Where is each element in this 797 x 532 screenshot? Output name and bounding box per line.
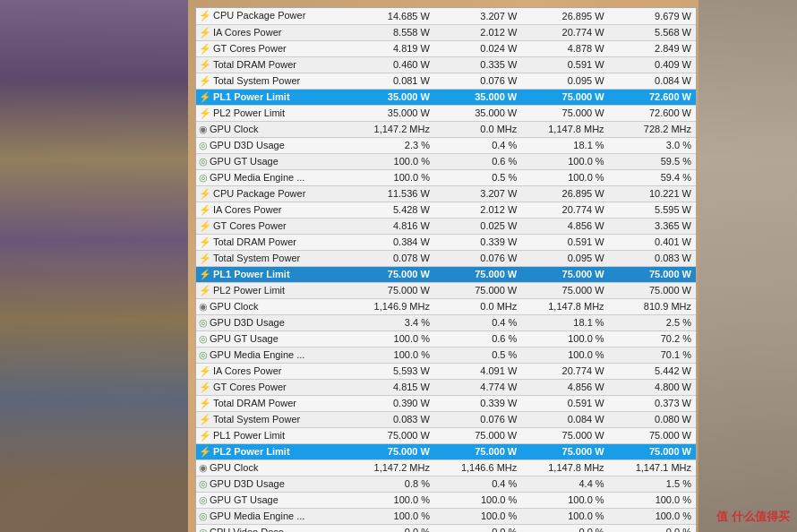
books-decoration (0, 0, 188, 532)
metric-val4: 70.1 % (609, 347, 696, 363)
metric-name: ◉GPU Clock (196, 298, 347, 314)
metric-val1: 3.4 % (347, 314, 434, 330)
metric-name: ◎GPU D3D Usage (196, 314, 347, 330)
metric-val4: 70.2 % (609, 330, 696, 347)
metric-name: ◉GPU Clock (196, 459, 347, 476)
metric-val2: 75.000 W (434, 282, 521, 298)
metric-name: ◎GPU GT Usage (196, 492, 347, 508)
data-table-container: ⚡CPU Package Power 14.685 W 3.207 W 26.8… (195, 7, 697, 532)
metric-val1: 75.000 W (347, 427, 434, 443)
metric-val2: 3.207 W (434, 8, 521, 24)
metric-val4: 5.568 W (609, 24, 696, 40)
table-row: ◉GPU Clock 1,147.2 MHz 1,146.6 MHz 1,147… (196, 459, 696, 476)
metric-val2: 4.091 W (434, 363, 521, 379)
metric-val2: 75.000 W (434, 427, 521, 443)
metric-val4: 2.5 % (609, 314, 696, 330)
metric-name: ⚡PL2 Power Limit (196, 443, 347, 459)
metric-val1: 5.428 W (347, 202, 434, 218)
metric-val2: 35.000 W (434, 105, 521, 121)
metric-val3: 4.4 % (521, 476, 608, 492)
metric-val1: 1,146.9 MHz (347, 298, 434, 314)
metric-name: ⚡PL2 Power Limit (196, 282, 347, 298)
table-row: ◎CPU Video Deco... 0.0 % 0.0 % 0.0 % 0.0… (196, 524, 696, 532)
table-row: ◉GPU Clock 1,146.9 MHz 0.0 MHz 1,147.8 M… (196, 298, 696, 314)
metric-name: ◎GPU Media Engine ... (196, 347, 347, 363)
metric-val4: 0.0 % (609, 524, 696, 532)
metric-val4: 59.4 % (609, 169, 696, 185)
metric-val1: 1,147.2 MHz (347, 459, 434, 476)
metric-val3: 0.591 W (521, 234, 608, 250)
metric-val2: 3.207 W (434, 185, 521, 202)
metric-val1: 0.081 W (347, 73, 434, 89)
metric-val2: 100.0 % (434, 492, 521, 508)
metric-name: ⚡PL2 Power Limit (196, 105, 347, 121)
metrics-table: ⚡CPU Package Power 14.685 W 3.207 W 26.8… (196, 8, 696, 532)
table-row: ⚡IA Cores Power 8.558 W 2.012 W 20.774 W… (196, 24, 696, 40)
metric-name: ⚡PL1 Power Limit (196, 427, 347, 443)
metric-val4: 75.000 W (609, 266, 696, 282)
table-row: ◎GPU Media Engine ... 100.0 % 100.0 % 10… (196, 508, 696, 524)
metric-val2: 75.000 W (434, 266, 521, 282)
metric-val3: 100.0 % (521, 347, 608, 363)
metric-val1: 100.0 % (347, 330, 434, 347)
metric-val1: 8.558 W (347, 24, 434, 40)
metric-val4: 4.800 W (609, 379, 696, 395)
metric-val2: 2.012 W (434, 202, 521, 218)
table-row: ⚡CPU Package Power 11.536 W 3.207 W 26.8… (196, 185, 696, 202)
metric-val3: 0.591 W (521, 395, 608, 411)
table-row: ◎GPU D3D Usage 0.8 % 0.4 % 4.4 % 1.5 % (196, 476, 696, 492)
metric-val1: 75.000 W (347, 443, 434, 459)
table-row: ◎GPU GT Usage 100.0 % 100.0 % 100.0 % 10… (196, 492, 696, 508)
metric-name: ◎GPU Media Engine ... (196, 508, 347, 524)
metric-val1: 5.593 W (347, 363, 434, 379)
table-row: ⚡PL2 Power Limit 35.000 W 35.000 W 75.00… (196, 105, 696, 121)
metric-val1: 2.3 % (347, 137, 434, 153)
table-row: ⚡PL1 Power Limit 75.000 W 75.000 W 75.00… (196, 427, 696, 443)
metric-name: ⚡PL1 Power Limit (196, 266, 347, 282)
metric-val4: 100.0 % (609, 508, 696, 524)
metric-val1: 4.816 W (347, 218, 434, 234)
metric-val2: 0.076 W (434, 250, 521, 266)
table-row: ⚡PL1 Power Limit 75.000 W 75.000 W 75.00… (196, 266, 696, 282)
watermark: 值 什么值得买 (716, 509, 790, 525)
metric-val4: 100.0 % (609, 492, 696, 508)
metric-val4: 0.080 W (609, 411, 696, 427)
metric-val3: 100.0 % (521, 492, 608, 508)
metric-val4: 728.2 MHz (609, 121, 696, 137)
table-row: ⚡Total System Power 0.083 W 0.076 W 0.08… (196, 411, 696, 427)
metric-val2: 4.774 W (434, 379, 521, 395)
metric-val2: 0.5 % (434, 347, 521, 363)
metric-val2: 1,146.6 MHz (434, 459, 521, 476)
metric-name: ◉GPU Clock (196, 121, 347, 137)
table-row: ⚡GT Cores Power 4.819 W 0.024 W 4.878 W … (196, 40, 696, 56)
metric-name: ◎GPU Media Engine ... (196, 169, 347, 185)
metric-val2: 0.4 % (434, 137, 521, 153)
metric-val1: 35.000 W (347, 105, 434, 121)
metric-val1: 0.078 W (347, 250, 434, 266)
metric-val4: 3.0 % (609, 137, 696, 153)
metric-name: ⚡GT Cores Power (196, 218, 347, 234)
metric-val3: 100.0 % (521, 153, 608, 169)
metric-val4: 1,147.1 MHz (609, 459, 696, 476)
metric-val1: 4.815 W (347, 379, 434, 395)
metric-name: ⚡CPU Package Power (196, 8, 347, 24)
metric-val4: 5.442 W (609, 363, 696, 379)
metric-val3: 20.774 W (521, 363, 608, 379)
metric-val2: 0.339 W (434, 234, 521, 250)
metric-val3: 4.878 W (521, 40, 608, 56)
table-row: ⚡PL1 Power Limit 35.000 W 35.000 W 75.00… (196, 89, 696, 105)
table-row: ◎GPU Media Engine ... 100.0 % 0.5 % 100.… (196, 347, 696, 363)
metric-name: ⚡IA Cores Power (196, 363, 347, 379)
metric-name: ⚡Total System Power (196, 411, 347, 427)
metric-val4: 72.600 W (609, 105, 696, 121)
metric-val4: 3.365 W (609, 218, 696, 234)
metric-val2: 0.076 W (434, 411, 521, 427)
metric-val3: 4.856 W (521, 379, 608, 395)
metric-val2: 0.339 W (434, 395, 521, 411)
metric-val3: 100.0 % (521, 508, 608, 524)
metric-val4: 2.849 W (609, 40, 696, 56)
table-row: ◎GPU GT Usage 100.0 % 0.6 % 100.0 % 70.2… (196, 330, 696, 347)
metric-val3: 1,147.8 MHz (521, 459, 608, 476)
metric-val4: 0.401 W (609, 234, 696, 250)
metric-name: ◎GPU D3D Usage (196, 137, 347, 153)
